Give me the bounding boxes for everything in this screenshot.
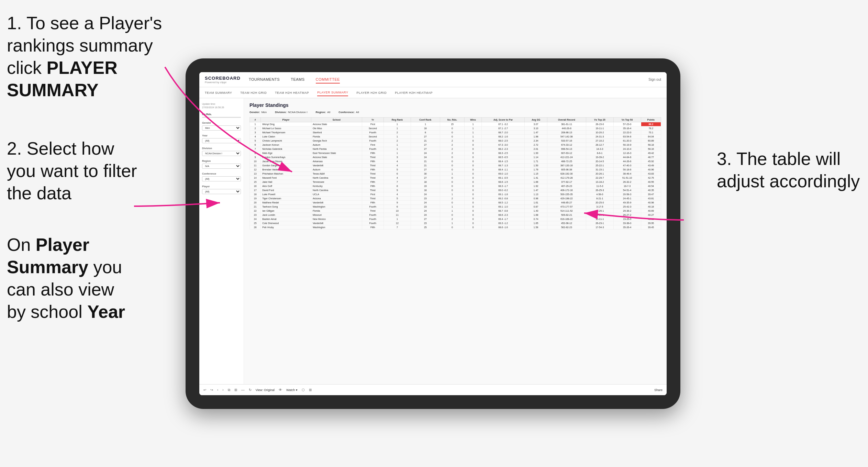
points-cell: 46.77 <box>641 155 661 159</box>
table-row[interactable]: 9Preston SummerhaysArizona StateThird324… <box>250 155 661 159</box>
sign-out-link[interactable]: Sign out <box>648 78 661 81</box>
table-row[interactable]: 18Luke PowellUCLAFirst4241069.1 -1.81.13… <box>250 192 661 197</box>
data-cell: 1.43 <box>525 209 547 213</box>
data-cell: 13 <box>250 172 261 176</box>
data-cell: 1.13 <box>525 192 547 197</box>
conference-label: Conference <box>202 172 241 175</box>
annotation-4-text: 3. The table will adjust accordingly <box>717 149 860 191</box>
data-cell: 9 <box>383 201 411 205</box>
copy-icon[interactable]: ⧉ <box>228 388 230 392</box>
year-select[interactable]: (All) <box>202 138 241 143</box>
annotation-bottom-left: On Player Summary you can also view by s… <box>7 234 137 323</box>
tablet-screen: SCOREBOARD Powered by clippi TOURNAMENTS… <box>199 72 667 395</box>
conference-select[interactable]: (All) <box>202 176 241 181</box>
data-cell: 22-22-0 <box>613 131 641 135</box>
table-row[interactable]: 26Petr HrubyWashingtonFifth7250068.6 -1.… <box>250 225 661 230</box>
table-row[interactable]: 5Christo LamprechtGeorgia TechFourth2212… <box>250 139 661 143</box>
player-name-cell: Luke Claton <box>261 135 311 139</box>
data-cell: 24 <box>411 201 440 205</box>
data-cell: 21 <box>411 164 440 168</box>
data-cell: First <box>362 192 383 197</box>
subnav-team-h2h-grid[interactable]: TEAM H2H GRID <box>240 90 267 96</box>
data-cell: 27 <box>411 143 440 147</box>
table-row[interactable]: 2Michael Le SassoOle MissSecond1180167.1… <box>250 126 661 131</box>
data-cell: 0 <box>440 213 465 217</box>
subnav-player-h2h-grid[interactable]: PLAYER H2H GRID <box>356 90 387 96</box>
player-name-cell: Nicholas Gabrelcik <box>261 147 311 151</box>
player-select[interactable]: (All) <box>202 189 241 194</box>
table-row[interactable]: 16Alex GoffKentuckyFifth8190068.3 -1.71.… <box>250 184 661 188</box>
table-row[interactable]: 23Jack LundinMissouriFourth11240068.6 -2… <box>250 213 661 217</box>
data-cell: 44-64-6 <box>613 155 641 159</box>
data-cell: 11 <box>250 164 261 168</box>
data-cell: 69.0 -0.2 <box>481 188 525 192</box>
table-row[interactable]: 21Taehoon SongWashingtonFourth6231069.1 … <box>250 205 661 209</box>
refresh-icon[interactable]: ↻ <box>249 388 252 392</box>
table-row[interactable]: 8Mats EgeEast Tennessee StateFifth124206… <box>250 151 661 155</box>
filter-division: Division: NCAA Division I <box>275 111 307 114</box>
data-cell: 5 <box>383 168 411 172</box>
no-rds-slider[interactable] <box>202 117 241 118</box>
undo-icon[interactable]: ↩ <box>203 388 206 392</box>
export-icon[interactable]: ⬡ <box>302 388 305 392</box>
table-title: Player Standings <box>249 102 661 108</box>
subnav-team-h2h-heatmap[interactable]: TEAM H2H HEATMAP <box>275 90 309 96</box>
nav-tournaments[interactable]: TOURNAMENTS <box>249 76 280 84</box>
eye-icon: 👁 <box>279 388 282 392</box>
grid-icon[interactable]: ⊞ <box>234 388 237 392</box>
table-row[interactable]: 14Maxwell FordNorth CarolinaThird4270069… <box>250 176 661 180</box>
back-icon[interactable]: ‹ <box>217 388 218 392</box>
division-select[interactable]: NCAA Division I <box>202 151 241 156</box>
table-row[interactable]: 20Matthew RiedelVanderbiltFifth9240068.5… <box>250 201 661 205</box>
watch-button[interactable]: Watch ▾ <box>286 388 298 392</box>
data-cell: 67.3 -3.0 <box>481 143 525 147</box>
data-cell: 6 <box>383 172 411 176</box>
points-cell: 60.89 <box>641 139 661 143</box>
data-cell: 2 <box>440 147 465 151</box>
data-cell: 68.7 -2.0 <box>481 131 525 135</box>
table-row[interactable]: 22Ian GilliganFloridaThird10241068.7 -0.… <box>250 209 661 213</box>
table-row[interactable]: 6Jackson KoivunAuburnFirst1272067.3 -3.0… <box>250 143 661 147</box>
settings-icon[interactable]: ⊞ <box>309 388 312 392</box>
data-cell: 1.56 <box>525 225 547 230</box>
subnav-team-summary[interactable]: TEAM SUMMARY <box>205 90 232 96</box>
table-row[interactable]: 15Jake HallTennesseeFifth7180068.6 -1.51… <box>250 180 661 184</box>
data-cell: 0.74 <box>525 217 547 221</box>
nav-teams[interactable]: TEAMS <box>291 76 304 84</box>
table-row[interactable]: 25Cole SherwoodVanderbiltFourth12231069.… <box>250 221 661 225</box>
data-cell: 68.0 -2.5 <box>481 139 525 143</box>
table-row[interactable]: 12Brendan ValdesAuburnFifth5270068.4 -1.… <box>250 168 661 172</box>
subnav-player-h2h-heatmap[interactable]: PLAYER H2H HEATMAP <box>395 90 433 96</box>
data-cell: 0 <box>465 164 481 168</box>
redo-icon[interactable]: ↪ <box>210 388 213 392</box>
table-row[interactable]: 7Nicholas GabrelcikNorth FloridaFourth12… <box>250 147 661 151</box>
nav-right: Sign out <box>648 78 661 81</box>
data-cell: 8 <box>411 131 440 135</box>
data-cell: 412-221-24 <box>547 155 586 159</box>
data-cell: 19-11-1 <box>586 126 613 131</box>
data-cell: 0 <box>465 221 481 225</box>
share-button[interactable]: Share <box>654 388 663 392</box>
data-cell: 0 <box>440 176 465 180</box>
table-row[interactable]: 4Luke ClatonFloridaSecond1270168.2 -1.61… <box>250 135 661 139</box>
nav-committee[interactable]: COMMITTEE <box>316 76 340 84</box>
nav-items: TOURNAMENTS TEAMS COMMITTEE <box>249 76 648 84</box>
table-row[interactable]: 11Gordon SargentVanderbiltThird4210068.7… <box>250 164 661 168</box>
region-select[interactable]: N/A <box>202 164 241 169</box>
table-row[interactable]: 17David FordNorth CarolinaThird9180069.0… <box>250 188 661 192</box>
subnav-player-summary[interactable]: PLAYER SUMMARY <box>317 89 348 96</box>
table-row[interactable]: 1Wenyi DingArizona StateFirst1115167.1 -… <box>250 122 661 126</box>
forward-icon[interactable]: › <box>222 388 223 392</box>
dash-icon[interactable]: — <box>241 388 245 392</box>
table-row[interactable]: 10Jacob Sow-OlssonArkansasFifth4210068.4… <box>250 159 661 164</box>
gender-select[interactable]: Men <box>202 125 241 131</box>
table-row[interactable]: 19Tiger ChristensenArizonaThird5232069.2… <box>250 197 661 201</box>
player-name-cell: Michael Thorbjornsen <box>261 131 311 135</box>
data-cell: 1.14 <box>525 155 547 159</box>
points-cell: 43.81 <box>641 197 661 201</box>
table-row[interactable]: 24Bastien AmatNew MexicoFourth1272069.4 … <box>250 217 661 221</box>
data-cell: 11 <box>383 213 411 217</box>
data-cell: 68.4 -1.5 <box>481 159 525 164</box>
table-row[interactable]: 13Phichaksn MaichonTexas A&MThird6301069… <box>250 172 661 176</box>
table-row[interactable]: 3Michael ThorbjornsenStanfordFourth28016… <box>250 131 661 135</box>
